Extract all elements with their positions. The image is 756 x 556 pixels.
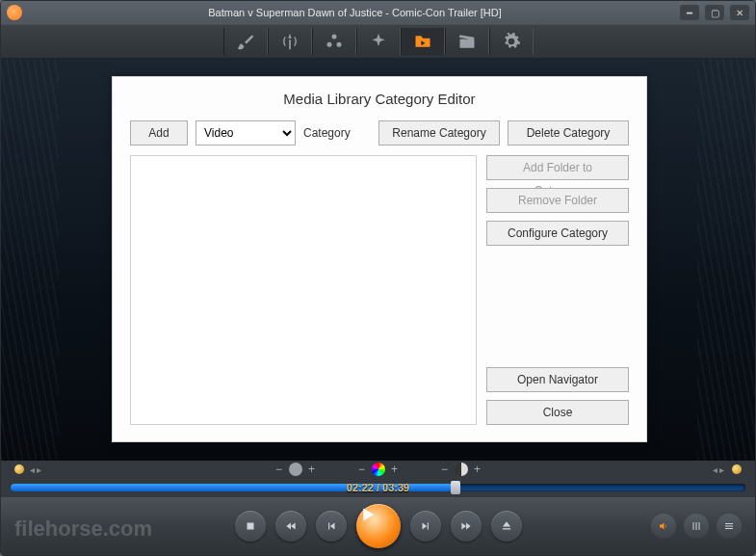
hue-wheel-icon — [372, 463, 385, 476]
maximize-button[interactable]: ▢ — [705, 5, 724, 20]
category-label: Category — [303, 126, 351, 140]
app-icon — [7, 5, 22, 20]
close-dialog-button[interactable]: Close — [486, 400, 629, 425]
play-icon — [356, 504, 378, 525]
pan-arrows-left[interactable]: ◂▸ — [30, 464, 43, 475]
folder-play-icon — [413, 32, 432, 51]
sparkle-icon — [369, 32, 388, 51]
equalizer-button[interactable] — [684, 514, 709, 539]
ffwd-icon — [459, 519, 473, 533]
brightness-group: − + — [274, 463, 318, 476]
next-icon — [419, 519, 432, 533]
antenna-icon — [280, 32, 300, 51]
rewind-button[interactable] — [275, 511, 306, 542]
add-folder-button[interactable]: Add Folder to Category — [486, 155, 629, 180]
brightness-minus[interactable]: − — [274, 463, 285, 475]
eject-icon — [500, 519, 513, 533]
broadcast-tool-button[interactable] — [268, 28, 312, 55]
next-button[interactable] — [410, 511, 441, 542]
title-bar: Batman v Superman Dawn of Justice - Comi… — [1, 1, 755, 24]
settings-tool-button[interactable] — [489, 28, 534, 55]
eject-button[interactable] — [491, 511, 522, 542]
prev-button[interactable] — [316, 511, 347, 542]
enhance-tool-button[interactable] — [356, 28, 401, 55]
play-button[interactable] — [356, 504, 401, 548]
minimize-button[interactable]: ━ — [680, 5, 699, 20]
volume-button[interactable] — [651, 514, 676, 539]
hue-knob-right[interactable] — [732, 464, 742, 474]
delete-category-button[interactable]: Delete Category — [508, 120, 629, 146]
prev-icon — [325, 519, 338, 533]
nodes-icon — [325, 32, 344, 51]
playlist-button[interactable] — [717, 514, 742, 539]
dialog-heading: Media Library Category Editor — [130, 91, 629, 107]
watermark-text: filehorse.com — [14, 516, 152, 542]
hue-knob-left[interactable] — [14, 464, 24, 474]
saturation-plus[interactable]: + — [389, 463, 401, 475]
equalizer-icon — [691, 520, 702, 532]
svg-point-0 — [331, 35, 336, 40]
clapper-tool-button[interactable] — [445, 28, 489, 55]
open-navigator-button[interactable]: Open Navigator — [486, 367, 629, 392]
saturation-minus[interactable]: − — [356, 463, 368, 475]
add-button[interactable]: Add — [130, 120, 188, 146]
fastfwd-button[interactable] — [451, 511, 482, 542]
contrast-icon — [455, 463, 468, 476]
category-editor-dialog: Media Library Category Editor Add Video … — [112, 76, 647, 442]
close-window-button[interactable]: ✕ — [730, 5, 749, 20]
category-select[interactable]: Video — [196, 120, 296, 146]
seek-bar-row: 02:22 / 03:39 — [1, 478, 755, 497]
speaker-icon — [658, 520, 669, 532]
svg-point-1 — [326, 42, 331, 47]
stop-icon — [244, 519, 257, 533]
contrast-plus[interactable]: + — [472, 463, 483, 475]
brush-icon — [236, 32, 255, 51]
nodes-tool-button[interactable] — [312, 28, 356, 55]
main-toolbar — [1, 24, 755, 59]
adjustment-bar: ◂▸ − + − + − + ◂▸ — [1, 461, 755, 478]
rename-category-button[interactable]: Rename Category — [378, 120, 500, 146]
brightness-icon — [289, 463, 302, 476]
clapper-icon — [457, 32, 477, 51]
library-tool-button[interactable] — [401, 28, 445, 55]
contrast-group: − + — [439, 463, 483, 476]
stop-button[interactable] — [235, 511, 266, 542]
window-title: Batman v Superman Dawn of Justice - Comi… — [30, 7, 680, 18]
svg-rect-3 — [247, 523, 253, 530]
saturation-group: − + — [356, 463, 401, 476]
seek-thumb[interactable] — [451, 481, 460, 494]
folder-list[interactable] — [130, 155, 477, 425]
rewind-icon — [284, 519, 298, 533]
time-display: 02:22 / 03:39 — [347, 482, 409, 493]
transport-bar: filehorse.com — [1, 497, 755, 555]
configure-category-button[interactable]: Configure Category — [486, 221, 629, 246]
svg-point-2 — [336, 42, 341, 47]
brush-tool-button[interactable] — [223, 28, 268, 55]
list-icon — [723, 520, 735, 532]
remove-folder-button[interactable]: Remove Folder — [486, 188, 629, 213]
pan-arrows-right[interactable]: ◂▸ — [713, 464, 726, 475]
video-stage: Media Library Category Editor Add Video … — [1, 59, 755, 461]
gear-icon — [502, 32, 521, 51]
brightness-plus[interactable]: + — [306, 463, 318, 475]
contrast-minus[interactable]: − — [439, 463, 451, 475]
